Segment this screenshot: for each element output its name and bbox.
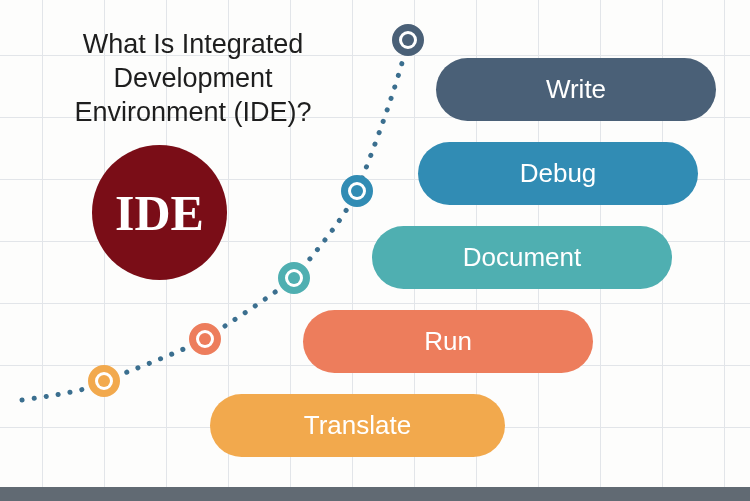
pill-debug: Debug bbox=[418, 142, 698, 205]
node-translate-icon bbox=[88, 365, 120, 397]
pill-debug-label: Debug bbox=[520, 158, 597, 189]
pill-write-label: Write bbox=[546, 74, 606, 105]
pill-run-label: Run bbox=[424, 326, 472, 357]
diagram-title: What Is Integrated Development Environme… bbox=[43, 28, 343, 129]
node-document-icon bbox=[278, 262, 310, 294]
pill-translate-label: Translate bbox=[304, 410, 411, 441]
node-write-icon bbox=[392, 24, 424, 56]
ide-badge: IDE bbox=[92, 145, 227, 280]
pill-write: Write bbox=[436, 58, 716, 121]
pill-document-label: Document bbox=[463, 242, 582, 273]
node-debug-icon bbox=[341, 175, 373, 207]
node-run-icon bbox=[189, 323, 221, 355]
pill-document: Document bbox=[372, 226, 672, 289]
pill-run: Run bbox=[303, 310, 593, 373]
footer-bar bbox=[0, 487, 750, 501]
pill-translate: Translate bbox=[210, 394, 505, 457]
